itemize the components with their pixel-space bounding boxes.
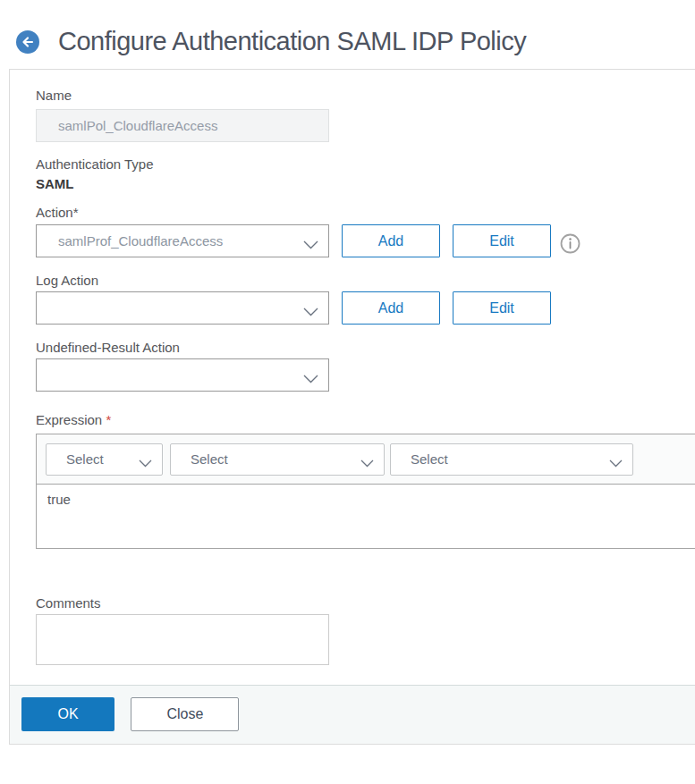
expression-operand-select-2[interactable]: Select — [170, 443, 385, 476]
action-edit-button[interactable]: Edit — [453, 224, 551, 257]
action-add-button[interactable]: Add — [342, 224, 440, 257]
ok-button[interactable]: OK — [21, 697, 114, 731]
comments-input[interactable] — [36, 614, 329, 665]
expression-operand-select-3-value: Select — [411, 451, 448, 467]
log-action-edit-button[interactable]: Edit — [453, 291, 551, 325]
expression-operand-select-1[interactable]: Select — [46, 443, 163, 476]
expression-label: Expression * — [36, 412, 695, 428]
page-header: Configure Authentication SAML IDP Policy — [0, 0, 695, 56]
chevron-down-icon — [303, 237, 318, 252]
form-panel: Name Authentication Type SAML Action* sa… — [9, 69, 695, 745]
comments-label: Comments — [36, 595, 695, 611]
form-footer: OK Close — [10, 685, 695, 744]
expression-operand-select-2-value: Select — [191, 451, 228, 467]
action-label: Action* — [36, 205, 695, 221]
action-select[interactable]: samlProf_CloudflareAccess — [36, 224, 329, 257]
undefined-result-action-label: Undefined-Result Action — [36, 340, 695, 356]
arrow-left-icon — [21, 35, 35, 49]
expression-editor: Select Select Sele — [36, 434, 695, 549]
expression-toolbar: Select Select Sele — [37, 434, 695, 485]
authentication-type-value: SAML — [36, 176, 695, 192]
close-button[interactable]: Close — [131, 697, 239, 731]
undefined-result-action-select[interactable] — [36, 358, 329, 392]
info-icon[interactable] — [560, 233, 581, 254]
log-action-label: Log Action — [36, 273, 695, 289]
log-action-select[interactable] — [36, 291, 329, 325]
chevron-down-icon — [139, 455, 152, 470]
name-input — [36, 109, 329, 142]
expression-label-text: Expression — [36, 412, 102, 427]
name-label: Name — [36, 88, 695, 104]
authentication-type-label: Authentication Type — [36, 156, 695, 173]
chevron-down-icon — [303, 371, 318, 386]
expression-operand-select-3[interactable]: Select — [390, 443, 633, 476]
page-title: Configure Authentication SAML IDP Policy — [58, 27, 526, 56]
chevron-down-icon — [360, 455, 374, 470]
action-select-value: samlProf_CloudflareAccess — [58, 233, 223, 249]
required-asterisk: * — [106, 412, 111, 427]
chevron-down-icon — [609, 455, 623, 470]
chevron-down-icon — [303, 304, 318, 319]
expression-input[interactable]: true — [37, 485, 695, 548]
expression-operand-select-1-value: Select — [66, 451, 104, 467]
log-action-add-button[interactable]: Add — [342, 291, 440, 325]
back-button[interactable] — [16, 30, 39, 54]
form-content: Name Authentication Type SAML Action* sa… — [10, 70, 695, 665]
